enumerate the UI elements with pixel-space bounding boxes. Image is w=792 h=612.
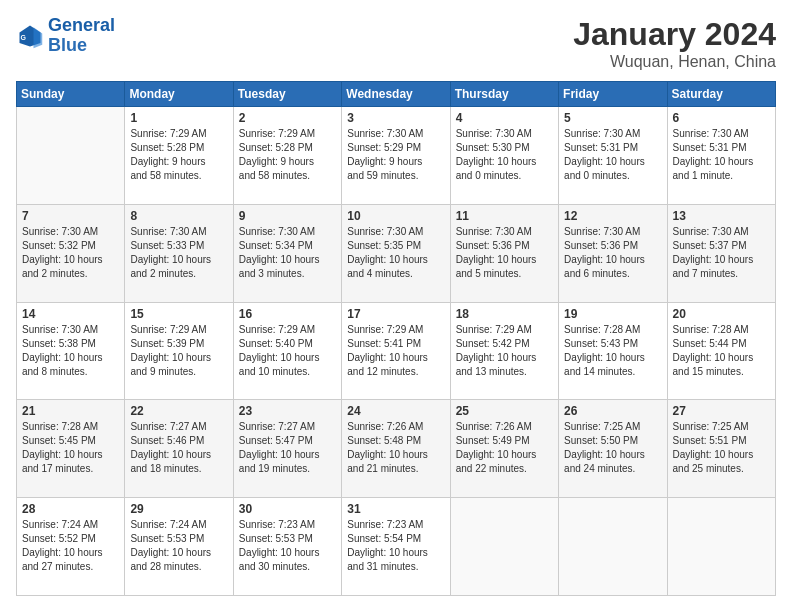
day-info: Sunrise: 7:25 AM Sunset: 5:51 PM Dayligh…	[673, 420, 770, 476]
day-number: 2	[239, 111, 336, 125]
day-info: Sunrise: 7:30 AM Sunset: 5:32 PM Dayligh…	[22, 225, 119, 281]
col-sunday: Sunday	[17, 82, 125, 107]
table-row: 11Sunrise: 7:30 AM Sunset: 5:36 PM Dayli…	[450, 204, 558, 302]
calendar-week-row: 1Sunrise: 7:29 AM Sunset: 5:28 PM Daylig…	[17, 107, 776, 205]
table-row: 24Sunrise: 7:26 AM Sunset: 5:48 PM Dayli…	[342, 400, 450, 498]
day-info: Sunrise: 7:23 AM Sunset: 5:54 PM Dayligh…	[347, 518, 444, 574]
day-info: Sunrise: 7:29 AM Sunset: 5:40 PM Dayligh…	[239, 323, 336, 379]
day-number: 29	[130, 502, 227, 516]
day-info: Sunrise: 7:30 AM Sunset: 5:38 PM Dayligh…	[22, 323, 119, 379]
day-info: Sunrise: 7:30 AM Sunset: 5:33 PM Dayligh…	[130, 225, 227, 281]
col-saturday: Saturday	[667, 82, 775, 107]
table-row: 29Sunrise: 7:24 AM Sunset: 5:53 PM Dayli…	[125, 498, 233, 596]
table-row: 4Sunrise: 7:30 AM Sunset: 5:30 PM Daylig…	[450, 107, 558, 205]
day-number: 9	[239, 209, 336, 223]
calendar-week-row: 28Sunrise: 7:24 AM Sunset: 5:52 PM Dayli…	[17, 498, 776, 596]
table-row: 30Sunrise: 7:23 AM Sunset: 5:53 PM Dayli…	[233, 498, 341, 596]
day-info: Sunrise: 7:27 AM Sunset: 5:47 PM Dayligh…	[239, 420, 336, 476]
day-number: 23	[239, 404, 336, 418]
day-number: 11	[456, 209, 553, 223]
day-number: 6	[673, 111, 770, 125]
day-number: 17	[347, 307, 444, 321]
day-number: 19	[564, 307, 661, 321]
col-thursday: Thursday	[450, 82, 558, 107]
calendar-table: Sunday Monday Tuesday Wednesday Thursday…	[16, 81, 776, 596]
table-row: 1Sunrise: 7:29 AM Sunset: 5:28 PM Daylig…	[125, 107, 233, 205]
calendar-week-row: 21Sunrise: 7:28 AM Sunset: 5:45 PM Dayli…	[17, 400, 776, 498]
table-row: 14Sunrise: 7:30 AM Sunset: 5:38 PM Dayli…	[17, 302, 125, 400]
day-info: Sunrise: 7:30 AM Sunset: 5:31 PM Dayligh…	[564, 127, 661, 183]
table-row: 21Sunrise: 7:28 AM Sunset: 5:45 PM Dayli…	[17, 400, 125, 498]
table-row: 3Sunrise: 7:30 AM Sunset: 5:29 PM Daylig…	[342, 107, 450, 205]
day-info: Sunrise: 7:30 AM Sunset: 5:34 PM Dayligh…	[239, 225, 336, 281]
table-row: 27Sunrise: 7:25 AM Sunset: 5:51 PM Dayli…	[667, 400, 775, 498]
table-row: 17Sunrise: 7:29 AM Sunset: 5:41 PM Dayli…	[342, 302, 450, 400]
day-info: Sunrise: 7:30 AM Sunset: 5:36 PM Dayligh…	[564, 225, 661, 281]
logo-blue: Blue	[48, 35, 87, 55]
day-number: 24	[347, 404, 444, 418]
day-number: 13	[673, 209, 770, 223]
day-number: 8	[130, 209, 227, 223]
table-row	[667, 498, 775, 596]
table-row	[17, 107, 125, 205]
day-info: Sunrise: 7:24 AM Sunset: 5:52 PM Dayligh…	[22, 518, 119, 574]
table-row: 25Sunrise: 7:26 AM Sunset: 5:49 PM Dayli…	[450, 400, 558, 498]
table-row: 13Sunrise: 7:30 AM Sunset: 5:37 PM Dayli…	[667, 204, 775, 302]
day-info: Sunrise: 7:29 AM Sunset: 5:28 PM Dayligh…	[130, 127, 227, 183]
day-info: Sunrise: 7:25 AM Sunset: 5:50 PM Dayligh…	[564, 420, 661, 476]
day-info: Sunrise: 7:23 AM Sunset: 5:53 PM Dayligh…	[239, 518, 336, 574]
table-row	[450, 498, 558, 596]
day-number: 12	[564, 209, 661, 223]
day-info: Sunrise: 7:28 AM Sunset: 5:43 PM Dayligh…	[564, 323, 661, 379]
day-number: 18	[456, 307, 553, 321]
day-info: Sunrise: 7:28 AM Sunset: 5:44 PM Dayligh…	[673, 323, 770, 379]
calendar-week-row: 7Sunrise: 7:30 AM Sunset: 5:32 PM Daylig…	[17, 204, 776, 302]
day-number: 27	[673, 404, 770, 418]
table-row: 6Sunrise: 7:30 AM Sunset: 5:31 PM Daylig…	[667, 107, 775, 205]
table-row	[559, 498, 667, 596]
table-row: 12Sunrise: 7:30 AM Sunset: 5:36 PM Dayli…	[559, 204, 667, 302]
logo: G General Blue	[16, 16, 115, 56]
col-friday: Friday	[559, 82, 667, 107]
day-info: Sunrise: 7:30 AM Sunset: 5:29 PM Dayligh…	[347, 127, 444, 183]
day-number: 1	[130, 111, 227, 125]
table-row: 5Sunrise: 7:30 AM Sunset: 5:31 PM Daylig…	[559, 107, 667, 205]
day-info: Sunrise: 7:29 AM Sunset: 5:42 PM Dayligh…	[456, 323, 553, 379]
day-number: 3	[347, 111, 444, 125]
day-info: Sunrise: 7:30 AM Sunset: 5:37 PM Dayligh…	[673, 225, 770, 281]
day-number: 5	[564, 111, 661, 125]
col-tuesday: Tuesday	[233, 82, 341, 107]
day-info: Sunrise: 7:24 AM Sunset: 5:53 PM Dayligh…	[130, 518, 227, 574]
table-row: 15Sunrise: 7:29 AM Sunset: 5:39 PM Dayli…	[125, 302, 233, 400]
day-info: Sunrise: 7:29 AM Sunset: 5:41 PM Dayligh…	[347, 323, 444, 379]
day-info: Sunrise: 7:26 AM Sunset: 5:49 PM Dayligh…	[456, 420, 553, 476]
day-info: Sunrise: 7:30 AM Sunset: 5:31 PM Dayligh…	[673, 127, 770, 183]
subtitle: Wuquan, Henan, China	[573, 53, 776, 71]
day-number: 22	[130, 404, 227, 418]
logo-text: General Blue	[48, 16, 115, 56]
day-number: 10	[347, 209, 444, 223]
day-number: 21	[22, 404, 119, 418]
table-row: 26Sunrise: 7:25 AM Sunset: 5:50 PM Dayli…	[559, 400, 667, 498]
table-row: 10Sunrise: 7:30 AM Sunset: 5:35 PM Dayli…	[342, 204, 450, 302]
logo-icon: G	[16, 22, 44, 50]
title-block: January 2024 Wuquan, Henan, China	[573, 16, 776, 71]
day-number: 28	[22, 502, 119, 516]
table-row: 7Sunrise: 7:30 AM Sunset: 5:32 PM Daylig…	[17, 204, 125, 302]
calendar-week-row: 14Sunrise: 7:30 AM Sunset: 5:38 PM Dayli…	[17, 302, 776, 400]
table-row: 22Sunrise: 7:27 AM Sunset: 5:46 PM Dayli…	[125, 400, 233, 498]
logo-general: General	[48, 15, 115, 35]
day-number: 4	[456, 111, 553, 125]
table-row: 16Sunrise: 7:29 AM Sunset: 5:40 PM Dayli…	[233, 302, 341, 400]
day-number: 31	[347, 502, 444, 516]
day-info: Sunrise: 7:29 AM Sunset: 5:28 PM Dayligh…	[239, 127, 336, 183]
day-info: Sunrise: 7:27 AM Sunset: 5:46 PM Dayligh…	[130, 420, 227, 476]
day-number: 14	[22, 307, 119, 321]
day-info: Sunrise: 7:26 AM Sunset: 5:48 PM Dayligh…	[347, 420, 444, 476]
day-number: 7	[22, 209, 119, 223]
day-number: 15	[130, 307, 227, 321]
table-row: 8Sunrise: 7:30 AM Sunset: 5:33 PM Daylig…	[125, 204, 233, 302]
table-row: 31Sunrise: 7:23 AM Sunset: 5:54 PM Dayli…	[342, 498, 450, 596]
table-row: 20Sunrise: 7:28 AM Sunset: 5:44 PM Dayli…	[667, 302, 775, 400]
table-row: 28Sunrise: 7:24 AM Sunset: 5:52 PM Dayli…	[17, 498, 125, 596]
